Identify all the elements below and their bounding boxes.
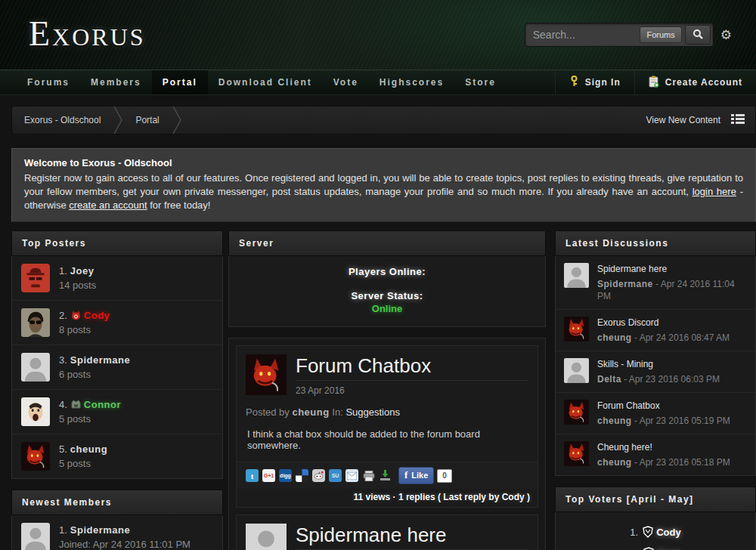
discussion-title[interactable]: Skills - Mining <box>597 359 720 369</box>
breadcrumb-current[interactable]: Portal <box>123 115 171 125</box>
poster-name[interactable]: Cody <box>84 310 110 321</box>
breadcrumb-root[interactable]: Exorus - Oldschool <box>12 115 113 125</box>
download-icon[interactable] <box>379 469 392 482</box>
voter-name[interactable]: Cody <box>656 527 681 538</box>
post-body: I think a chat box should be added to th… <box>237 421 538 462</box>
shield-icon <box>642 526 654 538</box>
site-header: Exorus Forums ⚙ <box>0 0 756 70</box>
discussion-row: Forum Chatbox cheung - Apr 23 2016 05:19… <box>556 393 755 434</box>
print-icon[interactable] <box>362 469 375 482</box>
avatar-devil[interactable] <box>246 354 287 395</box>
discussion-author[interactable]: cheung <box>597 332 632 343</box>
avatar-default[interactable] <box>246 524 287 550</box>
stumbleupon-icon[interactable]: SU <box>329 469 342 482</box>
avatar-devil[interactable] <box>564 441 589 466</box>
googleplus-icon[interactable]: G+1 <box>262 469 275 482</box>
server-panel: Server Players Online: Server Status: On… <box>228 230 546 327</box>
newest-members-panel: Newest Members 1.Spidermane Joined: Apr … <box>11 490 223 550</box>
newest-members-title: Newest Members <box>11 490 223 515</box>
search-button[interactable] <box>685 25 711 45</box>
chevron-separator-icon <box>172 106 182 134</box>
avatar-connor[interactable] <box>21 397 50 426</box>
post-author-link[interactable]: cheung <box>292 406 329 418</box>
clipboard-plus-icon <box>649 76 659 90</box>
create-account-link[interactable]: Create Account <box>634 70 756 94</box>
create-account-inline-link[interactable]: create an account <box>69 199 147 211</box>
avatar-devil[interactable] <box>564 317 589 341</box>
players-online-label: Players Online: <box>229 266 545 277</box>
page-content: Exorus - Oldschool Portal View New Conte… <box>0 95 756 550</box>
email-icon[interactable] <box>345 469 358 482</box>
discussion-author[interactable]: Spidermane <box>597 279 653 289</box>
search-scope-button[interactable]: Forums <box>640 26 681 43</box>
facebook-like-button[interactable]: fLike 0 <box>398 467 452 484</box>
poster-name[interactable]: Spidermane <box>70 354 130 366</box>
right-column: Latest Discussions Spidermane here Spide… <box>555 230 756 550</box>
main-nav: Forums Members Portal Download Client Vo… <box>0 70 756 95</box>
post-spidermane-here: Spidermane here 24 Apr 2016 Posted by Sp… <box>236 514 538 550</box>
voter-row: 1.Cody <box>556 526 755 538</box>
post-title[interactable]: Forum Chatbox <box>296 354 528 381</box>
top-poster-row: 2.Cody 8 posts <box>12 301 222 345</box>
discussion-title[interactable]: Cheung here! <box>597 442 730 453</box>
poster-name[interactable]: Connor <box>84 399 121 410</box>
poster-post-count: 6 posts <box>59 369 130 380</box>
search-input[interactable] <box>533 29 640 41</box>
discussion-row: Exorus Discord cheung - Apr 24 2016 08:4… <box>556 310 755 351</box>
avatar-devil[interactable] <box>564 400 589 425</box>
discussion-title[interactable]: Spidermane here <box>597 264 747 274</box>
top-poster-row: 5.cheung 5 posts <box>12 434 222 478</box>
discussion-author[interactable]: cheung <box>597 416 632 426</box>
facebook-icon: f <box>404 469 407 481</box>
top-poster-row: 1.Joey 14 posts <box>12 256 222 301</box>
list-icon[interactable] <box>731 114 745 126</box>
delicious-icon[interactable] <box>296 469 308 482</box>
digg-icon[interactable]: digg <box>279 469 292 482</box>
search-box: Forums <box>525 23 714 47</box>
avatar-default[interactable] <box>21 523 50 550</box>
search-area: Forums ⚙ <box>525 23 732 47</box>
twitter-icon[interactable]: t <box>246 469 259 482</box>
avatar-default[interactable] <box>21 353 50 382</box>
poster-post-count: 8 posts <box>59 324 110 335</box>
post-title[interactable]: Spidermane here <box>296 524 528 550</box>
post-meta: Posted by cheung In: Suggestions <box>237 400 538 421</box>
avatar-default[interactable] <box>564 263 589 288</box>
welcome-title: Welcome to Exorus - Oldschool <box>24 156 743 170</box>
latest-discussions-title: Latest Discussions <box>555 230 756 256</box>
reddit-icon[interactable] <box>312 469 325 482</box>
nav-item-store[interactable]: Store <box>454 70 507 94</box>
nav-item-portal[interactable]: Portal <box>152 70 208 94</box>
top-poster-row: 3.Spidermane 6 posts <box>12 345 222 390</box>
discussion-title[interactable]: Exorus Discord <box>597 317 730 328</box>
server-title: Server <box>228 230 546 256</box>
post-stats: 11 views · 1 replies ( Last reply by Cod… <box>237 489 538 507</box>
avatar-cody[interactable] <box>21 308 50 337</box>
login-here-link[interactable]: login here <box>692 186 736 197</box>
avatar-devil[interactable] <box>21 442 50 471</box>
search-icon <box>692 29 703 42</box>
poster-name[interactable]: Joey <box>70 265 94 277</box>
view-new-content-link[interactable]: View New Content <box>646 115 721 125</box>
discussion-author[interactable]: Delta <box>597 374 621 385</box>
site-logo[interactable]: Exorus <box>29 14 146 54</box>
avatar-default[interactable] <box>564 358 589 383</box>
nav-item-forums[interactable]: Forums <box>17 70 80 94</box>
key-icon <box>569 76 579 89</box>
discussion-author[interactable]: cheung <box>597 457 632 468</box>
discussion-title[interactable]: Forum Chatbox <box>597 400 730 411</box>
post-category-link[interactable]: Suggestions <box>345 406 400 418</box>
nav-item-members[interactable]: Members <box>80 70 152 94</box>
breadcrumb: Exorus - Oldschool Portal View New Conte… <box>11 106 756 134</box>
crown-badge-icon: M <box>70 399 82 410</box>
nav-item-download-client[interactable]: Download Client <box>208 70 323 94</box>
nav-item-vote[interactable]: Vote <box>323 70 369 94</box>
top-voters-title: Top Voters [April - May] <box>555 487 756 512</box>
gear-icon[interactable]: ⚙ <box>720 27 732 43</box>
member-name[interactable]: Spidermane <box>70 524 130 536</box>
sign-in-link[interactable]: Sign In <box>555 70 634 94</box>
portal-posts: Forum Chatbox 23 Apr 2016 Posted by cheu… <box>228 338 546 550</box>
avatar-joey[interactable] <box>21 264 50 292</box>
poster-name[interactable]: cheung <box>70 443 107 455</box>
nav-item-highscores[interactable]: Highscores <box>369 70 454 94</box>
